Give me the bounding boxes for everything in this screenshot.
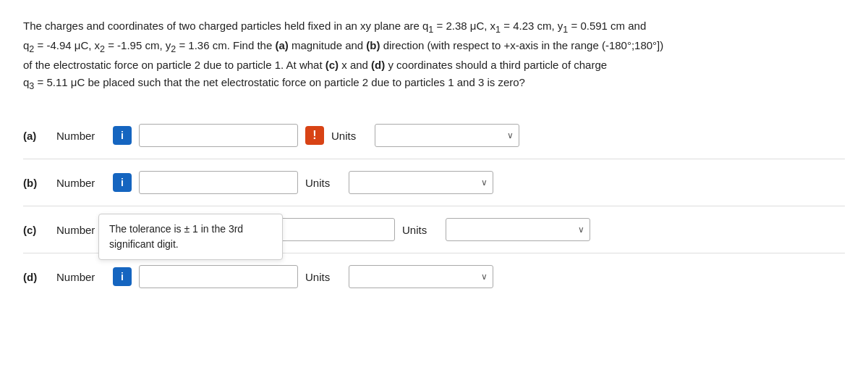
row-a-number-input[interactable] bbox=[139, 124, 298, 147]
row-a-units-wrapper: ∨ bbox=[375, 124, 519, 147]
row-c-units-select[interactable] bbox=[446, 218, 590, 241]
row-d-label: (d) bbox=[23, 271, 49, 283]
row-d-units-label: Units bbox=[305, 271, 341, 283]
row-d-sublabel: Number bbox=[56, 271, 106, 283]
row-d-info-button[interactable]: i bbox=[113, 267, 132, 286]
row-d-number-input[interactable] bbox=[139, 265, 298, 288]
row-d: (d) Number i Units ∨ bbox=[23, 255, 845, 298]
tolerance-line2: significant digit. bbox=[109, 238, 179, 250]
row-b-number-input[interactable] bbox=[139, 171, 298, 194]
row-b-units-select[interactable] bbox=[349, 171, 493, 194]
row-b-label: (b) bbox=[23, 177, 49, 189]
divider-ab bbox=[23, 159, 845, 159]
row-d-units-select[interactable] bbox=[349, 265, 493, 288]
divider-bc bbox=[23, 206, 845, 206]
row-a-units-select[interactable] bbox=[375, 124, 519, 147]
row-c-units-wrapper: ∨ bbox=[446, 218, 590, 241]
row-a-units-label: Units bbox=[331, 130, 367, 142]
row-a-info-button[interactable]: i bbox=[113, 126, 132, 145]
row-c-label: (c) bbox=[23, 224, 49, 236]
row-b: (b) Number i Units ∨ bbox=[23, 161, 845, 204]
problem-statement: The charges and coordinates of two charg… bbox=[23, 17, 845, 93]
row-c: (c) Number The tolerance is ± 1 in the 3… bbox=[23, 218, 845, 241]
row-d-units-wrapper: ∨ bbox=[349, 265, 493, 288]
row-b-units-label: Units bbox=[305, 177, 341, 189]
tolerance-box: The tolerance is ± 1 in the 3rd signific… bbox=[98, 214, 283, 260]
row-c-units-label: Units bbox=[402, 224, 438, 236]
row-a-sublabel: Number bbox=[56, 130, 106, 142]
tolerance-line1: The tolerance is ± 1 in the 3rd bbox=[109, 223, 243, 235]
row-a: (a) Number i ! Units ∨ bbox=[23, 114, 845, 157]
row-b-units-wrapper: ∨ bbox=[349, 171, 493, 194]
row-c-container: (c) Number The tolerance is ± 1 in the 3… bbox=[23, 208, 845, 251]
row-b-sublabel: Number bbox=[56, 177, 106, 189]
answer-rows: (a) Number i ! Units ∨ (b) Number i Unit… bbox=[23, 114, 845, 298]
row-a-label: (a) bbox=[23, 130, 49, 142]
row-b-info-button[interactable]: i bbox=[113, 173, 132, 192]
row-a-alert-button[interactable]: ! bbox=[305, 126, 324, 145]
